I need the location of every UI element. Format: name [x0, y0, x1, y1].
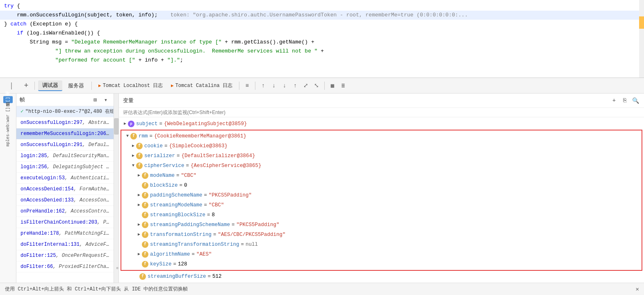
code-line-6: "] threw an exception during onSuccessfu… [0, 47, 644, 56]
frame-9[interactable]: isFilterChainContinued:203, PathMatching… [16, 217, 114, 228]
frames-list: onSuccessfulLogin:297, AbstractRememberM… [16, 117, 114, 295]
variables-panel: 变量 + ⎘ 🔍 p subject = {WebDelegatingSubje… [119, 94, 644, 295]
add-watch-icon[interactable]: + [610, 96, 619, 105]
streamingpadding-arrow[interactable] [136, 221, 142, 229]
frame-7[interactable]: onAccessDenied:133, AccessControlFilter … [16, 195, 114, 206]
blocksize-icon: f [142, 182, 148, 189]
evaluate-icon[interactable]: ⤡ [312, 81, 321, 90]
tomcat-catalina-icon: ▶ [171, 83, 174, 88]
debug-toolbar: | + 调试器 服务器 ▶ Tomcat Localhost 日志 ▶ Tomc… [0, 78, 644, 94]
add-button[interactable]: + [21, 82, 31, 90]
var-streamingbuffersize[interactable]: f streamingBufferSize = 512 [130, 272, 644, 281]
var-paddingscheme[interactable]: f paddingSchemeName = "PKCS5Padding" [133, 190, 642, 200]
thread-item[interactable]: ✓ "http-nio-80-exec-7"@2,480 在组 "main": … [16, 106, 114, 117]
frame-0[interactable]: onSuccessfulLogin:297, AbstractRememberM… [16, 117, 114, 128]
tab-tomcat-catalina[interactable]: ▶ Tomcat Catalina 日志 [168, 81, 236, 90]
code-line-5: String msg = "Delegate RememberMeManager… [0, 38, 644, 47]
frame-3[interactable]: login:285, DefaultSecurityManager (org.a… [16, 151, 114, 162]
subject-icon: p [128, 121, 134, 127]
run-to-cursor-icon[interactable]: ⤢ [301, 81, 310, 90]
frame-13[interactable]: doFilter:66, ProxiedFilterChain (org.apa… [16, 261, 114, 272]
step-over-icon[interactable]: ↓ [269, 81, 278, 90]
war-tab[interactable]: mples-web:war [已同步] [4, 106, 13, 147]
transformation-arrow[interactable] [136, 231, 142, 239]
cipher-arrow[interactable] [130, 162, 136, 170]
var-streamingmodename[interactable]: f streamingModeName = "CBC" [133, 200, 642, 210]
var-serializer[interactable]: f serializer = {DefaultSerializer@3864} [127, 151, 642, 161]
frames-label: 帧 [20, 96, 25, 103]
modename-arrow[interactable] [136, 172, 142, 180]
transformation-icon: f [142, 231, 148, 238]
buffersize-icon: f [139, 273, 146, 280]
code-scrollbar[interactable] [639, 0, 644, 78]
code-line-4: if (log.isWarnEnabled()) { [0, 29, 644, 38]
paddingscheme-icon: f [142, 192, 148, 199]
frame-1[interactable]: rememberMeSuccessfulLogin:206, DefaultSe… [16, 128, 114, 139]
main-layout: [本地] mples-web:war [已同步] 帧 ⊞ ▾ ✓ "http-n… [0, 94, 644, 295]
code-editor: try { rmm.onSuccessfulLogin(subject, tok… [0, 0, 644, 78]
frame-12[interactable]: doFilter:125, OncePerRequestFilter (org.… [16, 250, 114, 261]
var-cipherservice[interactable]: f cipherService = {AesCipherService@3865… [127, 161, 642, 171]
code-scrollbar-thumb[interactable] [639, 16, 644, 29]
var-transformation[interactable]: f transformationString = "AES/CBC/PKCS5P… [133, 230, 642, 240]
frames-topbar: 帧 ⊞ ▾ [16, 94, 114, 106]
frames-panel: 帧 ⊞ ▾ ✓ "http-nio-80-exec-7"@2,480 在组 "m… [16, 94, 114, 295]
rmm-arrow[interactable] [125, 132, 130, 140]
rmm-icon: f [130, 133, 137, 139]
step-into-icon[interactable]: ↓ [280, 81, 289, 90]
var-streamingpadding[interactable]: f streamingPaddingSchemeName = "PKCS5Pad… [133, 220, 642, 230]
var-cookie[interactable]: f cookie = {SimpleCookie@3863} [127, 141, 642, 151]
menu-icon[interactable]: ≡ [243, 81, 252, 90]
var-modename[interactable]: f modeName = "CBC" [133, 171, 642, 181]
toolbar-sep-4 [255, 82, 255, 90]
frame-10[interactable]: preHandle:178, PathMatchingFilter (org.a… [16, 228, 114, 239]
var-streamingblocksize[interactable]: f streamingBlockSize = 8 [133, 210, 642, 220]
eval-input[interactable] [123, 110, 640, 115]
frame-4[interactable]: login:256, DelegatingSubject (org.apache… [16, 162, 114, 173]
var-algorithmname[interactable]: f algorithmName = "AES" [133, 249, 642, 259]
resume-icon[interactable]: ↑ [259, 81, 268, 90]
cookie-arrow[interactable] [130, 142, 136, 150]
frames-icon[interactable]: ▦ [328, 81, 337, 90]
narrow-sidebar: [本地] mples-web:war [已同步] [0, 94, 16, 295]
frame-2[interactable]: onSuccessfulLogin:291, DefaultSecurityMa… [16, 139, 114, 151]
var-blocksize[interactable]: f blockSize = 0 [133, 181, 642, 190]
streamingpadding-icon: f [142, 222, 148, 228]
local-tab[interactable]: [本地] [3, 96, 13, 103]
cookie-icon: f [136, 143, 143, 149]
filter-icon[interactable]: ⊞ [91, 95, 100, 104]
frame-5[interactable]: executeLogin:53, AuthenticatingFilter (o… [16, 173, 114, 184]
frame-6[interactable]: onAccessDenied:154, FormAuthenticationFi… [16, 184, 114, 195]
search-watch-icon[interactable]: 🔍 [631, 96, 640, 105]
tab-tomcat-localhost[interactable]: ▶ Tomcat Localhost 日志 [95, 81, 166, 90]
frame-8[interactable]: onPreHandle:162, AccessControlFilter (or… [16, 206, 114, 217]
code-line-1: try { [0, 2, 644, 11]
var-subject[interactable]: p subject = {WebDelegatingSubject@3859} [119, 119, 644, 129]
sidebar-toggle[interactable]: | [3, 82, 20, 90]
streamingmode-arrow[interactable] [136, 201, 142, 209]
streamingmode-icon: f [142, 202, 148, 208]
frame-scrollbar-thumb[interactable] [114, 118, 119, 135]
copy-icon[interactable]: ⎘ [620, 96, 629, 105]
var-rmm[interactable]: f rmm = {CookieRememberMeManager@3861} [121, 131, 642, 141]
algorithm-icon: f [142, 251, 148, 258]
eval-bar[interactable] [119, 108, 644, 117]
paddingscheme-arrow[interactable] [136, 191, 142, 199]
red-border-box: f rmm = {CookieRememberMeManager@3861} f… [121, 130, 642, 271]
subject-arrow[interactable] [122, 120, 128, 128]
step-out-icon[interactable]: ↑ [291, 81, 300, 90]
var-keysize[interactable]: f keySize = 128 [133, 259, 642, 269]
serializer-arrow[interactable] [130, 152, 136, 160]
tab-debugger[interactable]: 调试器 [38, 80, 62, 91]
frame-11[interactable]: doFilterInternal:131, AdviceFilter (org.… [16, 239, 114, 250]
tab-server[interactable]: 服务器 [64, 81, 88, 91]
close-bottom-bar[interactable]: ✕ [636, 286, 639, 293]
modename-icon: f [142, 172, 148, 179]
lookup-icon[interactable]: ⊙ [116, 266, 118, 270]
more-icon[interactable]: ▾ [101, 95, 110, 104]
vars-header: 变量 + ⎘ 🔍 [119, 94, 644, 108]
threads-icon[interactable]: ≣ [339, 81, 348, 90]
var-streamingtransformation[interactable]: f streamingTransformationString = null [133, 240, 642, 249]
frame-scrollbar[interactable]: ⊙ [114, 94, 119, 295]
algorithm-arrow[interactable] [136, 250, 142, 258]
